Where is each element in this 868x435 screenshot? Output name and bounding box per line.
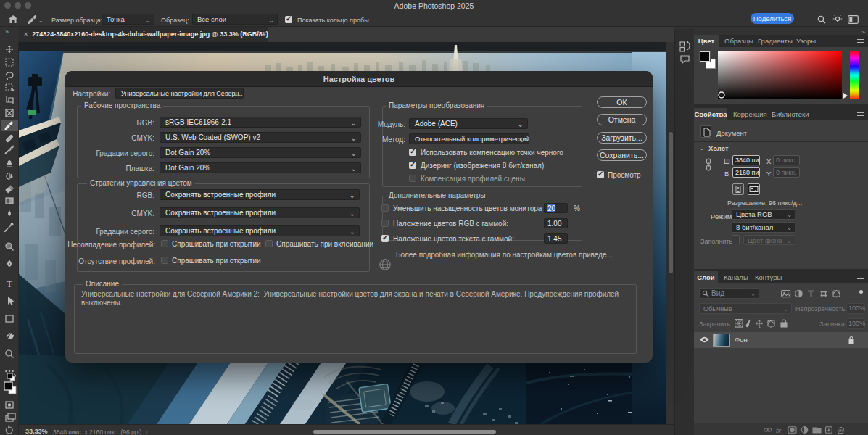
svg-text:fx: fx <box>776 427 782 434</box>
svg-text:T: T <box>7 278 12 289</box>
